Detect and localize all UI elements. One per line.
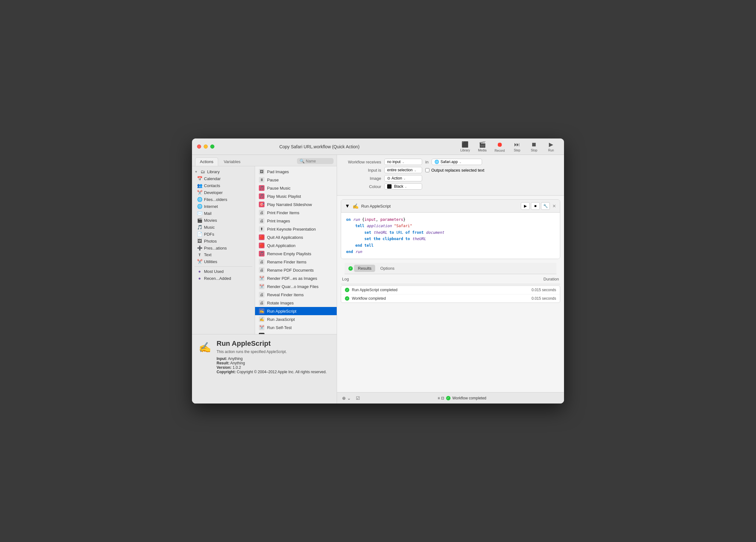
- sidebar-label-files: Files...olders: [204, 197, 227, 202]
- sidebar-item-movies[interactable]: 🎬 Movies: [192, 217, 255, 224]
- action-item-pause-music[interactable]: 🎵 Pause Music: [255, 184, 337, 192]
- developer-icon: ✂️: [197, 190, 202, 195]
- sidebar-item-mail[interactable]: ✉️ Mail: [192, 210, 255, 217]
- sidebar-label-calendar: Calendar: [204, 176, 221, 181]
- action-item-pad-images[interactable]: 🖼 Pad Images: [255, 167, 337, 176]
- sidebar-item-contacts[interactable]: 👥 Contacts: [192, 182, 255, 189]
- sidebar-item-utilities[interactable]: ✂️ Utilities: [192, 258, 255, 265]
- colour-select[interactable]: Black ⌄: [384, 183, 422, 189]
- sidebar-item-photos[interactable]: 🖼 Photos: [192, 237, 255, 244]
- log-entry-success-icon: ✓: [345, 288, 349, 292]
- action-label: Pause Music: [267, 186, 290, 190]
- right-panel: Workflow receives no input ⌄ in 🌐 Safari…: [337, 155, 564, 404]
- collapse-arrow-icon[interactable]: ▼: [345, 203, 350, 209]
- script-controls: ▶ ■ 🔧: [521, 202, 550, 210]
- tab-variables[interactable]: Variables: [219, 158, 245, 166]
- action-label: Rename PDF Documents: [267, 268, 314, 273]
- script-wrench-button[interactable]: 🔧: [541, 202, 550, 210]
- record-button[interactable]: ⏺ Record: [491, 140, 508, 154]
- preview-description: This action runs the specified AppleScri…: [217, 350, 332, 354]
- pad-images-icon: 🖼: [259, 169, 265, 174]
- sidebar-item-internet[interactable]: 🌐 Internet: [192, 203, 255, 210]
- media-button[interactable]: 🎬 Media: [474, 140, 490, 153]
- action-label: Print Keynote Presentation: [267, 227, 316, 231]
- action-item-run-self-test[interactable]: ✂️ Run Self-Test: [255, 324, 337, 332]
- sidebar-label-music: Music: [204, 225, 215, 230]
- sidebar-item-mostused[interactable]: ● Most Used: [192, 268, 255, 275]
- step-button[interactable]: ⏭ Step: [509, 140, 525, 153]
- sidebar-item-library[interactable]: ▼ 🗂 Library: [192, 168, 255, 175]
- action-item-run-applescript[interactable]: ✍️ Run AppleScript: [255, 307, 337, 315]
- script-body[interactable]: on run {input, parameters} tell applicat…: [341, 213, 560, 259]
- movies-icon: 🎬: [197, 218, 202, 223]
- receives-label: Workflow receives: [343, 160, 381, 164]
- sidebar-item-presentations[interactable]: ➕ Pres...ations: [192, 244, 255, 251]
- script-close-button[interactable]: ✕: [552, 203, 556, 208]
- action-item-render-pdf[interactable]: ✂️ Render PDF...es as Images: [255, 274, 337, 283]
- action-image-icon: ⊙: [387, 176, 390, 180]
- add-status-button[interactable]: ⊕ ⌄: [341, 395, 352, 401]
- input-label: Input:: [217, 357, 227, 361]
- list-status-button[interactable]: ☑: [355, 395, 361, 401]
- action-item-rename-pdf[interactable]: 🖨 Rename PDF Documents: [255, 266, 337, 274]
- action-item-run-shell[interactable]: ⬛ Run Shell Script: [255, 332, 337, 334]
- sidebar-item-developer[interactable]: ✂️ Developer: [192, 189, 255, 196]
- output-replaces-checkbox[interactable]: [425, 168, 429, 172]
- action-item-run-javascript[interactable]: ✍️ Run JavaScript: [255, 315, 337, 324]
- run-button[interactable]: ▶ Run: [543, 140, 559, 153]
- tab-bar: Actions Variables 🔍: [192, 155, 337, 166]
- stop-button[interactable]: ⏹ Stop: [526, 140, 542, 153]
- minimize-button[interactable]: [204, 144, 208, 149]
- reveal-finder-icon: 🖨: [259, 292, 265, 298]
- sidebar-item-calendar[interactable]: 📅 Calendar: [192, 175, 255, 182]
- status-bar: ⊕ ⌄ ☑ ≡ ⊡ ✓ Workflow completed: [337, 392, 564, 404]
- sidebar-item-files[interactable]: 🌐 Files...olders: [192, 196, 255, 203]
- action-label: Quit All Applications: [267, 235, 303, 240]
- sidebar-item-recentlyadded[interactable]: ● Recen...Added: [192, 275, 255, 282]
- tab-actions[interactable]: Actions: [195, 157, 218, 166]
- library-button[interactable]: ⬛ Library: [457, 140, 473, 153]
- action-item-render-quartz[interactable]: ✂️ Render Quar...o Image Files: [255, 283, 337, 291]
- receives-select[interactable]: no input ⌄: [384, 159, 422, 165]
- action-item-quit-all[interactable]: 🔴 Quit All Applications: [255, 233, 337, 241]
- safari-icon: 🌐: [434, 160, 439, 164]
- action-item-pause[interactable]: ⏸ Pause: [255, 176, 337, 184]
- tab-results[interactable]: Results: [354, 265, 375, 272]
- log-entry-text: Run AppleScript completed: [352, 288, 529, 292]
- action-item-play-narrated-slideshow[interactable]: 🎯 Play Narrated Slideshow: [255, 200, 337, 208]
- script-stop-button[interactable]: ■: [531, 202, 540, 210]
- action-item-print-finder-items[interactable]: 🖨 Print Finder Items: [255, 208, 337, 217]
- input-is-select[interactable]: entire selection ⌄: [384, 167, 422, 173]
- close-button[interactable]: [197, 144, 201, 149]
- action-item-remove-empty-playlists[interactable]: 🎵 Remove Empty Playlists: [255, 249, 337, 258]
- action-item-print-keynote[interactable]: ⬆ Print Keynote Presentation: [255, 225, 337, 233]
- search-input[interactable]: [306, 159, 331, 163]
- colour-label: Colour: [343, 184, 381, 189]
- results-tab-bar: ✓ Results Options: [337, 263, 564, 274]
- chevron-down-icon: ⌄: [402, 160, 404, 164]
- tab-options[interactable]: Options: [376, 265, 398, 272]
- pause-music-icon: 🎵: [259, 185, 265, 191]
- action-item-rename-finder[interactable]: 🖨 Rename Finder Items: [255, 258, 337, 266]
- action-label: Remove Empty Playlists: [267, 251, 311, 256]
- action-item-rotate-images[interactable]: 🖨 Rotate Images: [255, 299, 337, 307]
- output-label: Output replaces selected text: [431, 168, 484, 172]
- action-item-reveal-finder[interactable]: 🖨 Reveal Finder Items: [255, 291, 337, 299]
- script-run-button[interactable]: ▶: [521, 202, 530, 210]
- sidebar-item-pdfs[interactable]: 📄 PDFs: [192, 230, 255, 237]
- sidebar-item-music[interactable]: 🎵 Music: [192, 224, 255, 230]
- log-section: Log Duration ✓ Run AppleScript completed…: [337, 274, 564, 392]
- app-select[interactable]: 🌐 Safari.app ⌄: [432, 159, 482, 165]
- action-label: Run JavaScript: [267, 317, 295, 322]
- image-select[interactable]: ⊙ Action ⌄: [384, 175, 422, 181]
- action-item-play-music-playlist[interactable]: 🎵 Play Music Playlist: [255, 192, 337, 200]
- action-label: Play Music Playlist: [267, 194, 301, 199]
- search-box[interactable]: 🔍: [297, 158, 334, 164]
- input-value: Anything: [228, 357, 243, 361]
- action-item-print-images[interactable]: 🖨 Print Images: [255, 217, 337, 225]
- sidebar-item-text[interactable]: T Text: [192, 251, 255, 258]
- status-message: Workflow completed: [452, 396, 486, 400]
- presentations-icon: ➕: [197, 245, 202, 250]
- maximize-button[interactable]: [210, 144, 214, 149]
- action-item-quit-app[interactable]: 🔴 Quit Application: [255, 241, 337, 249]
